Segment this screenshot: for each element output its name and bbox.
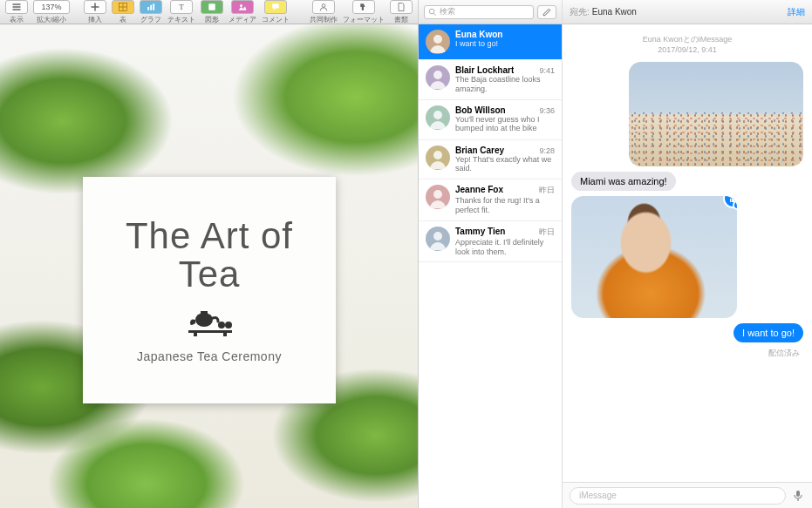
- conversation-name: Bob Willson: [455, 105, 506, 115]
- zoom-dropdown[interactable]: 137%: [33, 0, 70, 14]
- zoom-label: 拡大/縮小: [37, 15, 66, 24]
- svg-rect-19: [188, 330, 232, 333]
- conversation-preview: Yep! That's exactly what we said.: [455, 155, 555, 174]
- document-subtitle: Japanese Tea Ceremony: [137, 349, 282, 363]
- insert-label: 挿入: [88, 15, 102, 24]
- conversation-name: Jeanne Fox: [455, 185, 503, 194]
- title-text-box[interactable]: The Art of Tea Japanese Tea Ceremony: [83, 177, 336, 403]
- incoming-image-message[interactable]: [571, 196, 803, 318]
- microphone-icon: [793, 490, 803, 502]
- conversation-preview: You'll never guess who I bumped into at …: [455, 115, 555, 134]
- text-button[interactable]: T: [170, 0, 193, 14]
- conversation-item[interactable]: Brian Carey 9:28 Yep! That's exactly wha…: [419, 140, 562, 180]
- svg-rect-8: [147, 7, 149, 10]
- person-icon: [426, 65, 450, 90]
- search-placeholder: 検索: [440, 6, 455, 17]
- conversation-time: 昨日: [539, 227, 555, 238]
- conversation-preview: Appreciate it. I'll definitely look into…: [455, 238, 555, 257]
- view-label: 表示: [10, 15, 24, 24]
- avatar: [426, 105, 450, 130]
- thumbs-up-tapback[interactable]: [723, 196, 737, 208]
- outgoing-text-message[interactable]: I want to go!: [571, 323, 803, 342]
- document-title: The Art of Tea: [100, 217, 318, 294]
- svg-point-28: [433, 190, 442, 199]
- share-button[interactable]: [312, 0, 335, 14]
- svg-point-27: [433, 151, 442, 159]
- svg-rect-30: [796, 491, 800, 497]
- comment-button[interactable]: [264, 0, 287, 14]
- document-canvas[interactable]: The Art of Tea Japanese Tea Ceremony: [0, 24, 418, 508]
- avatar: [426, 185, 450, 209]
- svg-rect-1: [13, 6, 21, 8]
- svg-point-29: [433, 232, 442, 240]
- beach-photo[interactable]: [629, 62, 803, 166]
- conversation-item[interactable]: Tammy Tien 昨日 Appreciate it. I'll defini…: [419, 221, 562, 263]
- details-button[interactable]: 詳細: [788, 6, 805, 18]
- person-icon: [426, 105, 450, 130]
- sidebar-toolbar: 検索: [419, 0, 562, 24]
- voice-message-button[interactable]: [791, 489, 805, 503]
- person-photo[interactable]: [571, 196, 737, 318]
- conversation-preview: I want to go!: [455, 39, 555, 49]
- chart-button[interactable]: [140, 0, 162, 14]
- person-icon: [426, 185, 450, 209]
- zoom-value: 137%: [41, 3, 61, 11]
- svg-rect-4: [92, 6, 99, 8]
- svg-rect-0: [13, 3, 21, 5]
- incoming-text-message[interactable]: Miami was amazing!: [571, 172, 803, 191]
- conversation-body: Jeanne Fox 昨日 Thanks for the rug! It's a…: [455, 185, 555, 215]
- conversation-item[interactable]: Euna Kwon I want to go!: [419, 24, 562, 60]
- conversation-time: 9:28: [539, 146, 555, 155]
- view-button[interactable]: [5, 0, 28, 14]
- media-label: メディア: [229, 15, 256, 24]
- chart-label: グラフ: [140, 15, 161, 24]
- incoming-image-message[interactable]: [571, 62, 803, 166]
- search-icon: [428, 8, 437, 17]
- compose-icon: [542, 7, 552, 17]
- svg-point-26: [433, 111, 442, 119]
- shape-label: 図形: [205, 15, 219, 24]
- message-bubble: Miami was amazing!: [571, 172, 676, 191]
- conversation-item[interactable]: Blair Lockhart 9:41 The Baja coastline l…: [419, 60, 562, 100]
- conversation-body: Bob Willson 9:36 You'll never guess who …: [455, 105, 555, 134]
- avatar: [426, 65, 450, 90]
- shape-button[interactable]: [201, 0, 223, 14]
- avatar: [426, 30, 450, 54]
- media-button[interactable]: [231, 0, 254, 14]
- table-label: 表: [119, 15, 126, 24]
- conversation-time: 9:41: [539, 66, 555, 75]
- thread-timestamp: Euna KwonとのiMessage 2017/09/12, 9:41: [571, 35, 803, 55]
- insert-button[interactable]: [84, 0, 106, 14]
- svg-point-25: [433, 71, 442, 79]
- format-button[interactable]: [352, 0, 375, 14]
- conversation-body: Blair Lockhart 9:41 The Baja coastline l…: [455, 65, 555, 94]
- svg-line-23: [433, 13, 436, 16]
- avatar: [426, 227, 450, 251]
- conversation-name: Euna Kwon: [455, 30, 502, 39]
- conversation-body: Brian Carey 9:28 Yep! That's exactly wha…: [455, 146, 555, 174]
- input-placeholder: iMessage: [579, 491, 617, 500]
- table-button[interactable]: [112, 0, 134, 14]
- text-label: テキスト: [167, 15, 195, 24]
- message-input[interactable]: iMessage: [570, 487, 786, 505]
- conversation-name: Brian Carey: [455, 146, 504, 155]
- document-button[interactable]: [390, 0, 413, 14]
- message-thread[interactable]: Euna KwonとのiMessage 2017/09/12, 9:41 Mia…: [563, 24, 812, 482]
- svg-point-17: [218, 322, 225, 329]
- share-label: 共同制作: [310, 15, 338, 24]
- compose-button[interactable]: [537, 5, 556, 19]
- svg-rect-12: [208, 3, 215, 10]
- chat-header: 宛先: Euna Kwon 詳細: [563, 0, 812, 24]
- search-input[interactable]: 検索: [424, 5, 534, 19]
- thumbs-up-icon: [728, 196, 738, 204]
- svg-rect-10: [153, 3, 154, 10]
- svg-rect-21: [223, 333, 227, 336]
- svg-point-15: [195, 313, 213, 327]
- conversation-item[interactable]: Jeanne Fox 昨日 Thanks for the rug! It's a…: [419, 179, 562, 221]
- delivered-status: 配信済み: [571, 348, 800, 359]
- conversation-item[interactable]: Bob Willson 9:36 You'll never guess who …: [419, 100, 562, 140]
- to-name: Euna Kwon: [592, 7, 637, 17]
- pages-app: 表示 137% 拡大/縮小 挿入 表 グラフ: [0, 0, 418, 508]
- svg-rect-9: [150, 4, 152, 10]
- message-bubble: I want to go!: [734, 323, 803, 342]
